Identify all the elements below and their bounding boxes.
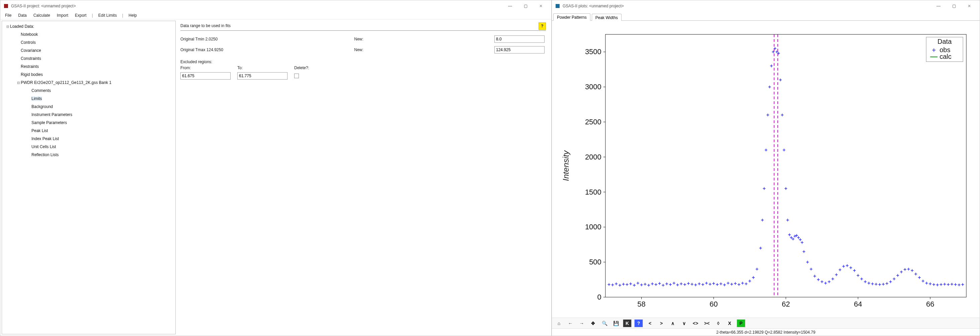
- svg-text:3500: 3500: [585, 48, 601, 56]
- tree-label: Instrument Parameters: [32, 113, 72, 117]
- tab-peak-widths[interactable]: Peak Widths: [592, 14, 622, 21]
- menu-help[interactable]: Help: [126, 13, 140, 18]
- tree-label: Constraints: [21, 56, 41, 61]
- tree-label: Limits: [32, 96, 42, 101]
- svg-text:62: 62: [782, 300, 790, 308]
- zoom-icon[interactable]: 🔍: [600, 319, 609, 327]
- tree-toggle-icon[interactable]: ⊟: [5, 25, 10, 29]
- tree-item[interactable]: ⊟PWDR Er2Ge2O7_op2112_Ge113_2K.gss Bank …: [3, 79, 175, 87]
- to-label: To:: [237, 65, 291, 70]
- diamond-icon[interactable]: ◊: [714, 319, 722, 327]
- plot-title-bar: GSAS-II plots: <unnamed project> — ▢ ✕: [552, 0, 980, 11]
- home-icon[interactable]: ⌂: [555, 319, 563, 327]
- svg-text:Intensity: Intensity: [561, 150, 570, 181]
- close-button[interactable]: ✕: [533, 1, 549, 11]
- tree-item[interactable]: Comments: [3, 87, 175, 95]
- delete-label: Delete?:: [294, 65, 321, 70]
- menu-calculate[interactable]: Calculate: [31, 13, 53, 18]
- tree-item[interactable]: Limits: [3, 95, 175, 103]
- tree-label: Notebook: [21, 32, 38, 37]
- close-button[interactable]: ✕: [962, 1, 977, 11]
- svg-rect-2: [606, 35, 966, 297]
- tree-panel: ⊟Loaded Data:NotebookControlsCovarianceC…: [2, 21, 176, 334]
- tree-label: Unit Cells List: [32, 144, 56, 149]
- tree-item[interactable]: ⊟Loaded Data:: [3, 22, 175, 30]
- lt-icon[interactable]: <: [646, 319, 654, 327]
- fit-compress-icon[interactable]: ><: [703, 319, 711, 327]
- title-bar: GSAS-II project: <unnamed project> — ▢ ✕: [0, 0, 551, 11]
- tree-item[interactable]: Covariance: [3, 46, 175, 54]
- pan-icon[interactable]: ✥: [589, 319, 597, 327]
- app-icon: [3, 3, 9, 9]
- chart-area[interactable]: 05001000150020002500300035005860626466In…: [552, 21, 980, 318]
- tree-item[interactable]: Peak List: [3, 127, 175, 135]
- tab-powder-patterns[interactable]: Powder Patterns: [553, 13, 590, 21]
- help-icon[interactable]: ?: [539, 22, 546, 30]
- tmin-original-label: Original Tmin 2.0250: [180, 37, 351, 41]
- tree-item[interactable]: Constraints: [3, 54, 175, 62]
- svg-text:500: 500: [589, 258, 601, 266]
- tree-item[interactable]: Rigid bodies: [3, 71, 175, 79]
- tree-item[interactable]: Instrument Parameters: [3, 111, 175, 119]
- from-label: From:: [180, 65, 234, 70]
- svg-text:2000: 2000: [585, 153, 601, 161]
- window-title: GSAS-II project: <unnamed project>: [11, 4, 503, 8]
- tree-item[interactable]: Background: [3, 103, 175, 111]
- svg-text:0: 0: [597, 293, 601, 301]
- tree-label: Sample Parameters: [32, 120, 67, 125]
- svg-text:1500: 1500: [585, 187, 601, 196]
- tree-label: Controls: [21, 40, 36, 45]
- x-icon[interactable]: X: [725, 319, 734, 327]
- panel-title: Data range to be used in fits: [180, 24, 539, 29]
- tree-item[interactable]: Controls: [3, 38, 175, 46]
- forward-icon[interactable]: →: [578, 319, 586, 327]
- tree-item[interactable]: Reflection Lists: [3, 151, 175, 159]
- menu-edit-limits[interactable]: Edit Limits: [96, 13, 119, 18]
- key-icon[interactable]: K: [623, 319, 632, 327]
- publish-icon[interactable]: P: [737, 319, 745, 327]
- tree-label: Restraints: [21, 64, 39, 69]
- tree-item[interactable]: Unit Cells List: [3, 143, 175, 151]
- maximize-button[interactable]: ▢: [946, 1, 962, 11]
- tree-label: Peak List: [32, 128, 48, 133]
- menu-bar: FileDataCalculateImportExport|Edit Limit…: [0, 11, 551, 19]
- svg-rect-0: [4, 4, 8, 8]
- gt-icon[interactable]: >: [657, 319, 666, 327]
- menu-data[interactable]: Data: [15, 13, 29, 18]
- menu-export[interactable]: Export: [72, 13, 89, 18]
- svg-text:64: 64: [854, 300, 862, 308]
- svg-rect-1: [555, 4, 560, 8]
- caret-icon[interactable]: ∧: [668, 319, 677, 327]
- tree-item[interactable]: Restraints: [3, 62, 175, 71]
- save-icon[interactable]: 💾: [611, 319, 620, 327]
- tree-label: Rigid bodies: [21, 72, 43, 77]
- menu-file[interactable]: File: [2, 13, 14, 18]
- back-icon[interactable]: ←: [566, 319, 575, 327]
- limits-panel: Data range to be used in fits ? Original…: [177, 19, 551, 336]
- tmin-input[interactable]: [494, 35, 544, 43]
- maximize-button[interactable]: ▢: [518, 1, 533, 11]
- svg-text:66: 66: [926, 300, 934, 308]
- minimize-button[interactable]: —: [503, 1, 518, 11]
- svg-text:60: 60: [710, 300, 718, 308]
- tree-item[interactable]: Notebook: [3, 30, 175, 38]
- excl-to-input[interactable]: [237, 72, 288, 79]
- tmax-input[interactable]: [494, 46, 544, 54]
- minimize-button[interactable]: —: [931, 1, 946, 11]
- svg-text:58: 58: [637, 300, 645, 308]
- tree-item[interactable]: Sample Parameters: [3, 119, 175, 127]
- tree-toggle-icon[interactable]: ⊟: [16, 81, 21, 85]
- vee-icon[interactable]: ∨: [680, 319, 689, 327]
- tree-label: Background: [32, 104, 53, 109]
- tree-label: Reflection Lists: [32, 152, 59, 157]
- fit-h-icon[interactable]: <>: [691, 319, 700, 327]
- tmax-original-label: Original Tmax 124.9250: [180, 48, 351, 52]
- excl-from-input[interactable]: [180, 72, 231, 79]
- svg-text:3000: 3000: [585, 82, 601, 91]
- help-icon[interactable]: ?: [634, 319, 643, 327]
- new-label-2: New:: [354, 48, 491, 52]
- delete-checkbox[interactable]: [294, 74, 299, 78]
- menu-import[interactable]: Import: [54, 13, 71, 18]
- plot-window-title: GSAS-II plots: <unnamed project>: [563, 4, 931, 8]
- tree-item[interactable]: Index Peak List: [3, 135, 175, 143]
